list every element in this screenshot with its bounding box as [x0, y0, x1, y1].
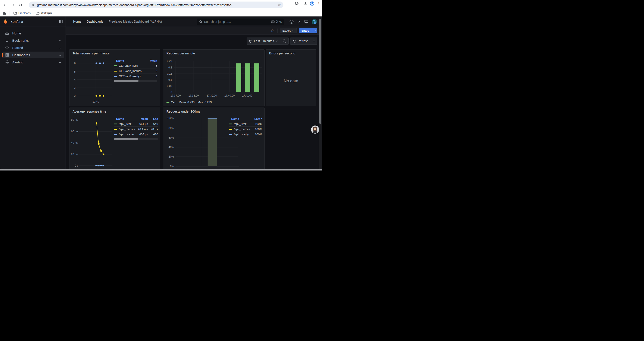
apps-grid-icon[interactable] [3, 12, 6, 15]
y-tick: 4 [71, 78, 76, 81]
series-swatch-green [114, 124, 117, 124]
series-name[interactable]: /api/_readyz [119, 133, 134, 136]
back-icon[interactable] [2, 1, 9, 9]
series-name[interactable]: GET /api/_metrics [119, 69, 142, 73]
legend-row[interactable]: /api/_readyz 605 µs 620 [114, 132, 158, 137]
export-label: Export [282, 29, 291, 32]
series-name[interactable]: /api/_livez [234, 122, 246, 126]
chevron-down-icon [314, 30, 316, 31]
scrollbar-thumb[interactable] [114, 138, 138, 140]
series-swatch-green [114, 65, 117, 66]
series-last: 100% [250, 133, 262, 136]
series-name[interactable]: /api/_metrics [234, 128, 250, 131]
breadcrumb-separator: › [84, 20, 84, 23]
url-bar[interactable]: grafana.mathmast.com/d/deytv4rwavabkb/fr… [29, 2, 284, 8]
sidebar: Grafana Home Bookmarks Starred [0, 17, 66, 169]
series-name[interactable]: GET /api/_livez [119, 64, 138, 67]
series-swatch-blue [114, 134, 117, 135]
export-button[interactable]: Export [280, 28, 297, 33]
panel-request-per-minute[interactable]: Request per minute [163, 49, 264, 106]
series-name[interactable]: /api/_livez [119, 122, 132, 126]
bookmark-folder-blogs[interactable]: 收藏博客 [34, 11, 54, 16]
scrollbar-thumb[interactable] [114, 80, 138, 82]
panel-errors-per-second[interactable]: Errors per second No data [266, 49, 316, 106]
sidebar-item-dashboards[interactable]: Dashboards [2, 52, 64, 58]
legend-row[interactable]: /api/_livez 100% [229, 121, 262, 127]
scrollbar-thumb[interactable] [319, 19, 321, 124]
refresh-button[interactable]: Refresh [290, 38, 310, 44]
dock-menu-icon[interactable] [59, 20, 63, 24]
legend-name-header[interactable]: Name [229, 117, 250, 121]
refresh-label: Refresh [298, 39, 308, 43]
grafana-logo[interactable] [3, 19, 8, 24]
extensions-icon[interactable] [294, 2, 299, 6]
legend-row[interactable]: GET /api/_metrics 2 [114, 69, 157, 74]
favorite-star-icon[interactable]: ☆ [269, 28, 275, 33]
chevron-down-icon [292, 30, 294, 31]
y-tick: 60 ms [70, 130, 78, 133]
bookmarks-bar: Freeleaps 收藏博客 [0, 10, 322, 17]
share-button[interactable]: Share [299, 28, 312, 33]
help-icon[interactable]: ? [289, 20, 294, 24]
bookmark-label: Freeleaps [18, 12, 31, 15]
legend-name-header[interactable]: Name [114, 117, 136, 121]
sidebar-item-home[interactable]: Home [2, 30, 64, 37]
legend-row[interactable]: /api/_metrics 40.1 ms 20.5 r [114, 127, 158, 132]
breadcrumb-dashboards[interactable]: Dashboards [87, 20, 104, 23]
url-text[interactable]: grafana.mathmast.com/d/deytv4rwavabkb/fr… [37, 3, 278, 7]
monitor-icon[interactable] [304, 20, 308, 24]
legend-last-header[interactable]: Last * [250, 117, 262, 121]
star-icon [5, 46, 9, 50]
chevron-down-icon[interactable] [59, 60, 61, 64]
site-info-icon[interactable] [31, 3, 35, 7]
avatar-illustration [311, 126, 319, 134]
time-range-picker[interactable]: Last 5 minutes [247, 38, 280, 44]
legend-horizontal-scrollbar[interactable] [114, 80, 157, 82]
forward-icon[interactable] [9, 1, 17, 9]
panel-title[interactable]: Errors per second [269, 51, 295, 55]
browser-menu-icon[interactable]: ⋮ [317, 2, 321, 6]
chevron-down-icon[interactable] [59, 38, 61, 42]
chevron-down-icon[interactable] [59, 46, 61, 50]
refresh-icon [293, 40, 296, 43]
shortcut-label: ⌘+k [276, 20, 282, 23]
search-input[interactable]: Search or jump to... ⌘+k [197, 18, 284, 25]
legend-row[interactable]: GET /api/_livez 6 [114, 63, 157, 69]
refresh-interval-button[interactable] [311, 38, 317, 44]
page-scrollbar[interactable] [319, 17, 322, 169]
legend-horizontal-scrollbar[interactable] [114, 138, 158, 140]
legend-mean-header[interactable]: Mean [145, 59, 157, 62]
series-name[interactable]: /api/_metrics [119, 128, 135, 131]
rss-icon[interactable] [297, 20, 301, 24]
share-dropdown-button[interactable] [312, 28, 317, 33]
bookmark-star-icon[interactable]: ☆ [278, 3, 281, 7]
legend-max: Max: 0.233 [198, 101, 212, 104]
floating-avatar[interactable] [311, 126, 319, 134]
sidebar-item-alerting[interactable]: Alerting [2, 59, 64, 65]
legend-row[interactable]: /api/_metrics 100% [229, 127, 262, 132]
series-name[interactable]: /api/_readyz [234, 133, 250, 136]
bookmark-folder-freeleaps[interactable]: Freeleaps [12, 11, 32, 15]
series-name[interactable]: GET /api/_readyz [119, 75, 141, 78]
window-bottom-edge [0, 169, 322, 171]
panel-avg-response-time[interactable]: Average response time 80 ms 60 ms [69, 108, 160, 171]
y-tick: 0.25 [164, 60, 172, 63]
legend-row[interactable]: /api/_livez 661 µs 646 [114, 121, 158, 127]
reload-icon[interactable] [17, 1, 24, 9]
sidebar-item-bookmarks[interactable]: Bookmarks [2, 37, 64, 44]
legend-mean-header[interactable]: Mean [136, 117, 148, 121]
zoom-out-button[interactable] [280, 38, 288, 44]
breadcrumb-home[interactable]: Home [73, 20, 81, 23]
legend-last-header[interactable]: Las [148, 117, 158, 121]
chevron-down-icon[interactable] [59, 53, 61, 57]
sidebar-item-starred[interactable]: Starred [2, 44, 64, 51]
panel-requests-under-100ms[interactable]: Requests under 100ms 100% 80% 60% 40% 20… [163, 108, 264, 171]
download-icon[interactable] [303, 2, 308, 6]
profile-icon[interactable] [310, 1, 314, 6]
legend-row[interactable]: /api/_readyz 100% [229, 132, 262, 137]
user-avatar[interactable] [312, 19, 317, 24]
panel-total-requests[interactable]: Total requests per minute 6 5 4 [69, 49, 160, 106]
legend-item[interactable]: 2xx [166, 101, 176, 104]
legend-row[interactable]: GET /api/_readyz 6 [114, 74, 157, 79]
legend-name-header[interactable]: Name [114, 59, 145, 62]
